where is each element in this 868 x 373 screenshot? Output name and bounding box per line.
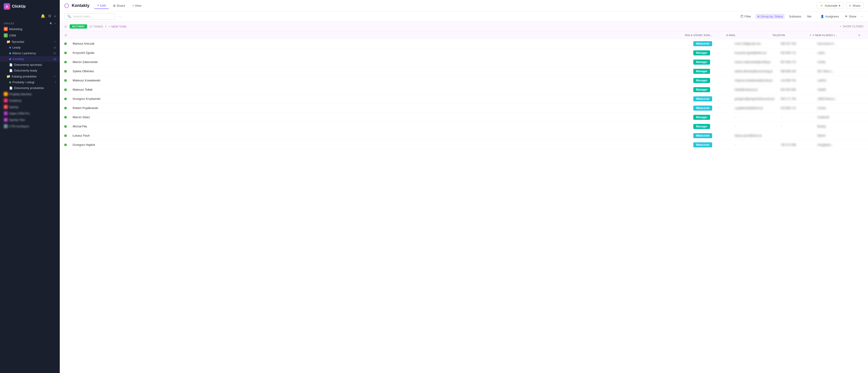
search-spaces-icon[interactable]: 🔍 xyxy=(50,22,53,25)
row-email: marcin.zaborowski@certify.pl xyxy=(735,60,781,64)
sidebar-item-sprzedaz[interactable]: 📁 Sprzedaż ··· + xyxy=(0,39,60,44)
table-row[interactable]: Grzegorz Krzybański Właściciel grzegorz@… xyxy=(60,94,868,103)
show-button[interactable]: 👁 Show xyxy=(843,14,858,19)
table-row[interactable]: Krzysztof Zgoda Manager krzysztof.zgoda@… xyxy=(60,48,868,58)
kontakty-dot xyxy=(9,58,11,60)
row-name: Grzegorz Hajduk xyxy=(73,143,693,147)
row-email: r.pujalkowski@tekno.pl xyxy=(735,106,781,110)
task-count: 17 TASKS xyxy=(89,25,103,28)
page-title: Kontakty xyxy=(72,3,89,8)
add-space-icon[interactable]: + xyxy=(55,22,56,25)
col-klienci-header: ↗ ↗ NEW KLIENCI I... xyxy=(809,34,855,37)
rola-badge: Właściciel xyxy=(693,133,712,138)
tab-list[interactable]: ≡ List xyxy=(94,2,109,9)
logo-area[interactable]: ClickUp xyxy=(0,0,60,13)
subtasks-button[interactable]: Subtasks xyxy=(787,14,803,19)
sidebar-item-katalog[interactable]: 📁 Katalog produktów ··· + xyxy=(0,73,60,79)
col-add-header[interactable]: ⊕ xyxy=(855,34,863,37)
sidebar-item-ctr-arch[interactable]: C CTR Archiwum xyxy=(0,123,60,129)
me-button[interactable]: Me xyxy=(805,14,813,19)
table-row[interactable]: Sylwia Olbińska Manager sylwia.olbinska@… xyxy=(60,67,868,76)
table-row[interactable]: Mateusz Kowalewski Manager mateusz.kowal… xyxy=(60,76,868,85)
row-klienci: Braxity xyxy=(817,125,863,128)
table-row[interactable]: Marcin Sitarz Manager – – Grabkraft xyxy=(60,113,868,122)
row-check xyxy=(64,125,73,128)
row-telefon: – xyxy=(781,116,817,119)
automate-icon: ⚡ xyxy=(820,4,824,7)
row-name: Krzysztof Zgoda xyxy=(73,51,693,55)
automate-button[interactable]: ⚡ Automate ▾ xyxy=(817,2,844,9)
table-row[interactable]: Michał Fiła Manager – – Braxity xyxy=(60,122,868,131)
toolbar-more-icon[interactable]: ··· xyxy=(118,14,122,19)
assignees-icon: 👤 xyxy=(820,15,824,18)
table-row[interactable]: Grzegorz Hajduk Właściciel – 782 374 068… xyxy=(60,140,868,150)
share-button[interactable]: ⎋ Share xyxy=(846,2,863,9)
table-body: Mariusz Antczak Właściciel mmm.19@gmail.… xyxy=(60,39,868,150)
produkty-dot xyxy=(9,82,11,83)
row-email: – xyxy=(735,143,781,147)
sidebar-item-dok-leady[interactable]: 📄 Dokumenty leady xyxy=(0,68,60,73)
table-row[interactable]: Mariusz Antczak Właściciel mmm.19@gmail.… xyxy=(60,39,868,48)
row-name: Michał Fiła xyxy=(73,125,693,128)
row-name: Grzegorz Krzybański xyxy=(73,97,693,100)
filter-icon: ⧠ xyxy=(741,15,744,18)
sidebar-item-szablony[interactable]: S Szablony xyxy=(0,97,60,104)
new-task-button[interactable]: + NEW TASK xyxy=(109,25,127,28)
new-klienci-icon: ↗ xyxy=(809,34,811,37)
group-header: ⊙ AKTYWNY 17 TASKS ℹ + NEW TASK ✓ SHOW C… xyxy=(60,22,868,32)
row-email: krzysztof.zgoda@tekno.pl xyxy=(735,51,781,55)
sidebar-item-dok-produkty[interactable]: 📄 Dokumenty produktów xyxy=(0,85,60,91)
table-row[interactable]: Robert Pujalkowski Właściciel r.pujalkow… xyxy=(60,103,868,113)
status-badge: AKTYWNY xyxy=(70,24,87,29)
tab-view[interactable]: + View xyxy=(129,2,144,9)
col-rola-header: ROLA OSOBY KON... xyxy=(685,34,726,37)
sprinty-icon: S xyxy=(4,105,8,109)
row-email: – xyxy=(735,125,781,128)
toolbar-more-right-icon[interactable]: ⋯ xyxy=(860,15,863,18)
row-telefon: 508 896 433 xyxy=(781,70,817,73)
tab-board[interactable]: ⊞ Board xyxy=(110,2,128,9)
table-row[interactable]: Marcin Zaborowski Manager marcin.zaborow… xyxy=(60,58,868,67)
row-name: Mateusz Totłak xyxy=(73,88,693,91)
topbar-right: ⚡ Automate ▾ ⎋ Share xyxy=(817,2,863,9)
notifications-icon[interactable]: 🔔 xyxy=(41,14,45,18)
row-name: Marcin Sitarz xyxy=(73,116,693,119)
sidebar-item-projekty[interactable]: P Projekty klientów xyxy=(0,91,60,97)
table-row[interactable]: Łukasz Pach Właściciel lukasz.pach@tekno… xyxy=(60,131,868,140)
sidebar-item-produkty[interactable]: Produkty i usługi 7 xyxy=(0,79,60,85)
collapse-sidebar-icon[interactable]: « xyxy=(54,14,56,18)
search-icon: 🔍 xyxy=(67,15,71,18)
row-check xyxy=(64,116,73,118)
row-klienci: Baturit xyxy=(817,134,863,137)
filter-button[interactable]: ⧠ Filter xyxy=(739,14,753,19)
assignees-button[interactable]: 👤 Assignees xyxy=(818,14,841,19)
row-status-dot xyxy=(64,116,67,118)
show-closed-button[interactable]: ✓ SHOW CLOSED xyxy=(839,25,863,28)
search-box[interactable]: 🔍 Search tasks... xyxy=(64,13,115,20)
group-by-button[interactable]: ⊕ Group by: Status xyxy=(755,14,785,19)
row-status-dot xyxy=(64,98,67,100)
sidebar-item-kontakty[interactable]: Kontakty 18 xyxy=(0,56,60,62)
sidebar-item-marketing[interactable]: M Marketing xyxy=(0,26,60,32)
sidebar-item-crm[interactable]: C CRM xyxy=(0,32,60,39)
sidebar-item-leady[interactable]: Leady 18 xyxy=(0,44,60,50)
show-icon: 👁 xyxy=(845,15,848,18)
row-telefon: 115 809 791 xyxy=(781,79,817,82)
row-telefon: 782 374 068 xyxy=(781,143,817,147)
check-all-icon[interactable]: ⊙ xyxy=(64,33,67,37)
sidebar-item-klienci[interactable]: Klienci i partnerzy 20 xyxy=(0,50,60,56)
group-chevron-icon[interactable]: ⊙ xyxy=(64,25,67,28)
share-icon: ⎋ xyxy=(849,4,851,7)
sprinty-test-icon: St xyxy=(4,118,8,122)
row-check xyxy=(64,107,73,109)
sidebar-item-sprinty[interactable]: S Sprinty xyxy=(0,104,60,110)
group-info-icon: ℹ xyxy=(105,25,106,28)
sidebar-item-dok-sprzedaz[interactable]: 📄 Dokumenty sprzedaż xyxy=(0,62,60,68)
row-name: Łukasz Pach xyxy=(73,134,693,137)
sidebar-item-sales-crm[interactable]: S Sales CRM Pro xyxy=(0,110,60,117)
svg-point-0 xyxy=(6,7,7,8)
table-row[interactable]: Mateusz Totłak Manager totlak@mateusz.pl… xyxy=(60,85,868,94)
settings-icon[interactable]: ⚙ xyxy=(48,14,51,18)
projekty-icon: P xyxy=(4,92,8,96)
sidebar-item-sprinty-test[interactable]: St Sprinty Test xyxy=(0,117,60,123)
